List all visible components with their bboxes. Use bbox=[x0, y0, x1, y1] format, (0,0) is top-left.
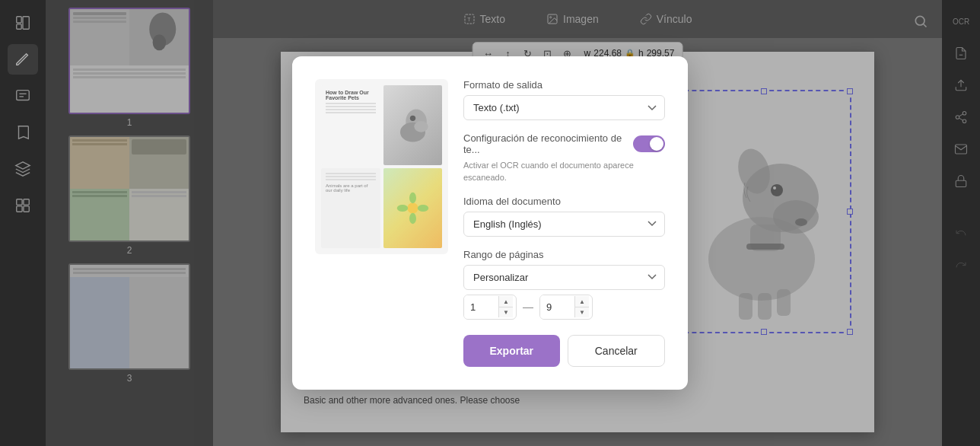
preview-block-flower bbox=[383, 168, 443, 248]
page-to-spinners: ▲ ▼ bbox=[574, 296, 589, 317]
cancel-button[interactable]: Cancelar bbox=[568, 335, 666, 367]
svg-point-43 bbox=[409, 193, 416, 203]
modal-preview: How to Draw Our Favorite Pets bbox=[315, 79, 448, 254]
page-from-down[interactable]: ▼ bbox=[499, 307, 513, 317]
svg-point-44 bbox=[409, 213, 416, 224]
ocr-toggle-label: Configuración de reconocimiento de te... bbox=[463, 132, 625, 155]
ocr-description: Activar el OCR cuando el documento apare… bbox=[463, 160, 665, 183]
page-range-select[interactable]: Personalizar Todas las páginas Página ac… bbox=[463, 265, 665, 290]
modal-overlay: How to Draw Our Favorite Pets bbox=[0, 0, 980, 446]
page-to-group: ▲ ▼ bbox=[539, 295, 593, 320]
ocr-group: Configuración de reconocimiento de te...… bbox=[463, 132, 665, 183]
page-to-input[interactable] bbox=[540, 295, 574, 319]
language-select[interactable]: English (Inglés) Spanish (Español) Frenc… bbox=[463, 212, 665, 237]
svg-point-40 bbox=[414, 121, 428, 132]
svg-point-41 bbox=[410, 116, 415, 121]
preview-block-dog bbox=[383, 85, 443, 165]
page-to-down[interactable]: ▼ bbox=[575, 307, 589, 317]
svg-point-45 bbox=[397, 205, 408, 212]
output-format-label: Formato de salida bbox=[463, 79, 665, 91]
range-dash: — bbox=[523, 301, 533, 313]
page-from-group: ▲ ▼ bbox=[463, 295, 517, 320]
page-range-inputs: ▲ ▼ — ▲ ▼ bbox=[463, 295, 665, 320]
svg-point-42 bbox=[407, 202, 418, 213]
page-to-up[interactable]: ▲ bbox=[575, 296, 589, 307]
export-modal: How to Draw Our Favorite Pets bbox=[292, 56, 688, 390]
preview-block-bottom-text: Animals are a part of our daily life bbox=[321, 168, 380, 248]
toggle-knob bbox=[650, 137, 663, 151]
export-button[interactable]: Exportar bbox=[463, 335, 560, 367]
preview-block-text: How to Draw Our Favorite Pets bbox=[321, 85, 380, 165]
output-format-group: Formato de salida Texto (.txt) PDF (.pdf… bbox=[463, 79, 665, 120]
modal-actions: Exportar Cancelar bbox=[463, 335, 665, 367]
page-from-up[interactable]: ▲ bbox=[499, 296, 513, 307]
ocr-toggle-switch[interactable] bbox=[633, 135, 665, 152]
page-from-input[interactable] bbox=[464, 295, 498, 319]
ocr-toggle-row: Configuración de reconocimiento de te... bbox=[463, 132, 665, 155]
page-range-group: Rango de páginas Personalizar Todas las … bbox=[463, 249, 665, 320]
page-range-label: Rango de páginas bbox=[463, 249, 665, 260]
output-format-select[interactable]: Texto (.txt) PDF (.pdf) Word (.docx) Exc… bbox=[463, 95, 665, 120]
language-group: Idioma del documento English (Inglés) Sp… bbox=[463, 196, 665, 237]
modal-form: Formato de salida Texto (.txt) PDF (.pdf… bbox=[463, 79, 665, 367]
language-label: Idioma del documento bbox=[463, 196, 665, 207]
page-from-spinners: ▲ ▼ bbox=[498, 296, 513, 317]
svg-point-46 bbox=[418, 205, 428, 212]
